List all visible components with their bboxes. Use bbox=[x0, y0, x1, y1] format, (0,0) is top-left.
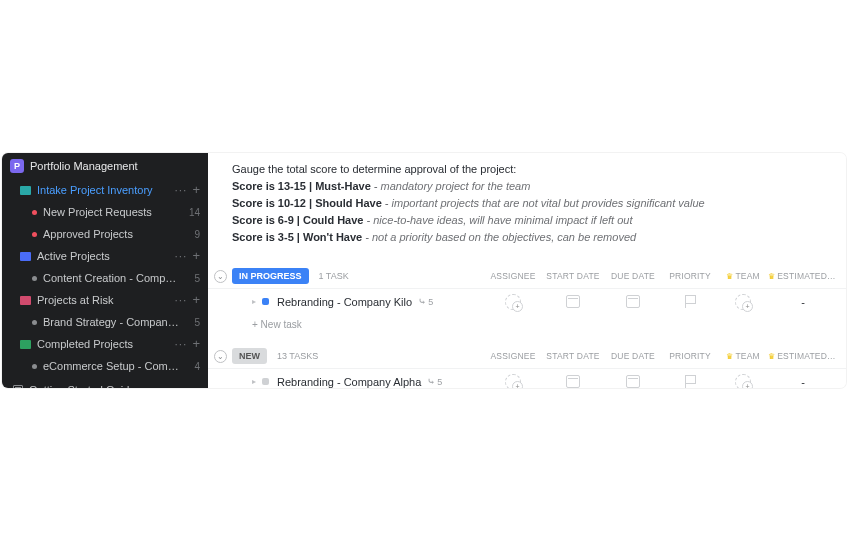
cell-duedate[interactable] bbox=[604, 295, 662, 308]
sidebar-item-brand-juliet[interactable]: Brand Strategy - Company Juliet5 bbox=[2, 311, 208, 333]
subtask-count[interactable]: 5 bbox=[427, 376, 442, 387]
task-name[interactable]: Rebranding - Company Alpha bbox=[277, 376, 421, 388]
crown-icon: ♛ bbox=[768, 272, 775, 281]
sidebar-item-label: Projects at Risk bbox=[37, 294, 168, 306]
scoring-guide: Gauge the total score to determine appro… bbox=[208, 153, 846, 258]
workspace-logo: P bbox=[10, 159, 24, 173]
sidebar-item-active[interactable]: Active Projects···+ bbox=[2, 245, 208, 267]
scoring-intro: Gauge the total score to determine appro… bbox=[232, 161, 822, 178]
status-dot-icon bbox=[32, 320, 37, 325]
sidebar: P Portfolio Management Intake Project In… bbox=[2, 153, 208, 388]
sidebar-item-label: Completed Projects bbox=[37, 338, 168, 350]
group-header: ⌄ NEW 13 TASKS ASSIGNEE START DATE DUE D… bbox=[208, 344, 846, 368]
col-startdate[interactable]: START DATE bbox=[542, 271, 604, 281]
add-icon[interactable]: + bbox=[192, 251, 200, 261]
avatar-placeholder-icon bbox=[505, 294, 521, 310]
sidebar-item-label: Getting Started Guide bbox=[29, 384, 200, 388]
task-name[interactable]: Rebranding - Company Kilo bbox=[277, 296, 412, 308]
col-startdate[interactable]: START DATE bbox=[542, 351, 604, 361]
avatar-placeholder-icon bbox=[735, 374, 751, 388]
expand-icon[interactable]: ▸ bbox=[252, 377, 256, 386]
expand-icon[interactable]: ▸ bbox=[252, 297, 256, 306]
col-priority[interactable]: PRIORITY bbox=[662, 351, 718, 361]
sidebar-item-risk[interactable]: Projects at Risk···+ bbox=[2, 289, 208, 311]
status-badge[interactable]: IN PROGRESS bbox=[232, 268, 309, 284]
col-assignee[interactable]: ASSIGNEE bbox=[484, 271, 542, 281]
avatar-placeholder-icon bbox=[505, 374, 521, 388]
sidebar-item-getting-started[interactable]: Getting Started Guide bbox=[2, 379, 208, 388]
workspace-title: Portfolio Management bbox=[30, 160, 138, 172]
cell-estimated[interactable]: - bbox=[768, 296, 838, 308]
document-icon bbox=[12, 385, 23, 389]
sidebar-item-approved[interactable]: Approved Projects9 bbox=[2, 223, 208, 245]
scoring-line: Score is 13-15 | Must-Have - mandatory p… bbox=[232, 178, 822, 195]
collapse-icon[interactable]: ⌄ bbox=[214, 350, 227, 363]
item-count: 5 bbox=[188, 273, 200, 284]
status-dot-icon bbox=[32, 210, 37, 215]
task-count: 1 TASK bbox=[319, 271, 349, 281]
sidebar-item-label: Brand Strategy - Company Juliet bbox=[43, 316, 182, 328]
more-icon[interactable]: ··· bbox=[174, 253, 187, 259]
cell-assignee[interactable] bbox=[484, 294, 542, 310]
add-icon[interactable]: + bbox=[192, 339, 200, 349]
workspace-header[interactable]: P Portfolio Management bbox=[2, 153, 208, 179]
sidebar-item-new-requests[interactable]: New Project Requests14 bbox=[2, 201, 208, 223]
sidebar-item-ecom-echo[interactable]: eCommerce Setup - Company Echo4 bbox=[2, 355, 208, 377]
calendar-icon bbox=[566, 295, 580, 308]
cell-priority[interactable] bbox=[662, 375, 718, 388]
col-duedate[interactable]: DUE DATE bbox=[604, 351, 662, 361]
sidebar-item-label: Intake Project Inventory bbox=[37, 184, 168, 196]
sidebar-item-intake[interactable]: Intake Project Inventory···+ bbox=[2, 179, 208, 201]
scoring-line: Score is 6-9 | Could Have - nice-to-have… bbox=[232, 212, 822, 229]
new-task-button[interactable]: + New task bbox=[208, 314, 846, 338]
avatar-placeholder-icon bbox=[735, 294, 751, 310]
task-row[interactable]: ▸ Rebranding - Company Alpha 5 - bbox=[208, 368, 846, 388]
folder-icon bbox=[20, 185, 31, 196]
cell-startdate[interactable] bbox=[542, 375, 604, 388]
folder-icon bbox=[20, 295, 31, 306]
col-estimated[interactable]: ♛ESTIMATED C... bbox=[768, 351, 838, 361]
col-team[interactable]: ♛TEAM bbox=[718, 351, 768, 361]
cell-priority[interactable] bbox=[662, 295, 718, 308]
col-duedate[interactable]: DUE DATE bbox=[604, 271, 662, 281]
status-dot-icon bbox=[32, 232, 37, 237]
sidebar-item-content-delta[interactable]: Content Creation - Company Delta5 bbox=[2, 267, 208, 289]
cell-assignee[interactable] bbox=[484, 374, 542, 388]
item-count: 14 bbox=[188, 207, 200, 218]
calendar-icon bbox=[566, 375, 580, 388]
cell-estimated[interactable]: - bbox=[768, 376, 838, 388]
item-count: 4 bbox=[188, 361, 200, 372]
cell-startdate[interactable] bbox=[542, 295, 604, 308]
more-icon[interactable]: ··· bbox=[174, 341, 187, 347]
more-icon[interactable]: ··· bbox=[174, 187, 187, 193]
cell-team[interactable] bbox=[718, 374, 768, 388]
more-icon[interactable]: ··· bbox=[174, 297, 187, 303]
sidebar-item-label: eCommerce Setup - Company Echo bbox=[43, 360, 182, 372]
col-priority[interactable]: PRIORITY bbox=[662, 271, 718, 281]
col-assignee[interactable]: ASSIGNEE bbox=[484, 351, 542, 361]
group-header: ⌄ IN PROGRESS 1 TASK ASSIGNEE START DATE… bbox=[208, 264, 846, 288]
task-row[interactable]: ▸ Rebranding - Company Kilo 5 - bbox=[208, 288, 846, 314]
collapse-icon[interactable]: ⌄ bbox=[214, 270, 227, 283]
calendar-icon bbox=[626, 375, 640, 388]
crown-icon: ♛ bbox=[726, 352, 733, 361]
cell-duedate[interactable] bbox=[604, 375, 662, 388]
sidebar-item-label: New Project Requests bbox=[43, 206, 182, 218]
add-icon[interactable]: + bbox=[192, 295, 200, 305]
flag-icon bbox=[684, 375, 696, 388]
subtask-count[interactable]: 5 bbox=[418, 296, 433, 307]
col-estimated[interactable]: ♛ESTIMATED C... bbox=[768, 271, 838, 281]
sidebar-item-completed[interactable]: Completed Projects···+ bbox=[2, 333, 208, 355]
col-team[interactable]: ♛TEAM bbox=[718, 271, 768, 281]
flag-icon bbox=[684, 295, 696, 308]
task-count: 13 TASKS bbox=[277, 351, 318, 361]
add-icon[interactable]: + bbox=[192, 185, 200, 195]
status-badge[interactable]: NEW bbox=[232, 348, 267, 364]
calendar-icon bbox=[626, 295, 640, 308]
crown-icon: ♛ bbox=[768, 352, 775, 361]
item-count: 5 bbox=[188, 317, 200, 328]
cell-team[interactable] bbox=[718, 294, 768, 310]
item-count: 9 bbox=[188, 229, 200, 240]
scoring-line: Score is 10-12 | Should Have - important… bbox=[232, 195, 822, 212]
main-content: Gauge the total score to determine appro… bbox=[208, 153, 846, 388]
